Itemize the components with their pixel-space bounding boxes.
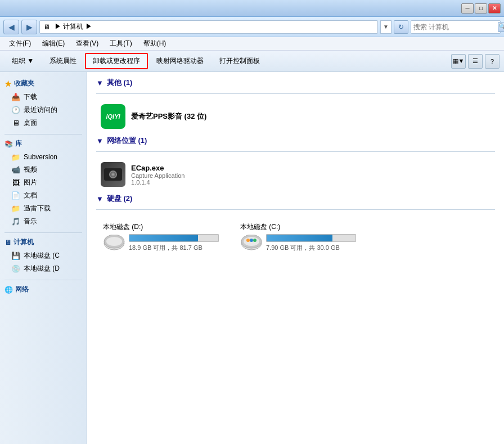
menu-view[interactable]: 查看(V) — [71, 38, 103, 50]
organize-button[interactable]: 组织 ▼ — [4, 53, 41, 69]
computer-header[interactable]: 🖥 计算机 — [0, 235, 87, 249]
computer-section: 🖥 计算机 💾 本地磁盘 (C 💿 本地磁盘 (D — [0, 235, 87, 275]
control-panel-button[interactable]: 打开控制面板 — [212, 53, 267, 69]
library-section: 📚 库 📁 Subversion 📹 视频 🖼 图片 📄 文档 📁 迅雷 — [0, 137, 87, 228]
netloc-divider — [96, 151, 495, 152]
disk-d-icon — [103, 235, 125, 252]
title-bar: ─ □ ✕ — [0, 0, 504, 17]
disk-c-info: 7.90 GB 可用，共 30.0 GB — [266, 244, 356, 252]
cdrive-label: 本地磁盘 (C — [24, 251, 60, 261]
disk-d-row: 18.9 GB 可用，共 81.7 GB — [103, 234, 219, 252]
other-collapse-arrow: ▼ — [96, 79, 104, 87]
sidebar-item-desktop[interactable]: 🖥 桌面 — [0, 116, 87, 129]
network-header[interactable]: 🌐 网络 — [0, 282, 87, 297]
disk-d-item[interactable]: 本地磁盘 (D:) 18.9 GB 可用，共 81.7 GB — [101, 220, 221, 254]
camera-icon — [101, 162, 125, 187]
search-box[interactable]: 🔍 — [411, 20, 501, 34]
sidebar-item-video[interactable]: 📹 视频 — [0, 163, 87, 176]
harddisk-section-title: 硬盘 (2) — [107, 194, 133, 204]
disk-d-right: 18.9 GB 可用，共 81.7 GB — [129, 234, 219, 252]
sidebar-item-pictures[interactable]: 🖼 图片 — [0, 176, 87, 189]
system-properties-button[interactable]: 系统属性 — [42, 53, 84, 69]
video-icon: 📹 — [11, 165, 20, 174]
disk-container: 本地磁盘 (D:) 18.9 GB 可用，共 81.7 GB — [96, 218, 495, 257]
iqiyi-item[interactable]: iQIYI 爱奇艺PPS影音 (32 位) — [96, 102, 495, 131]
disk-d-bar-inner — [129, 235, 198, 241]
sidebar-item-cdrive[interactable]: 💾 本地磁盘 (C — [0, 249, 87, 262]
camera-body — [104, 168, 122, 181]
harddisk-section-header[interactable]: ▼ 硬盘 (2) — [96, 194, 495, 204]
disk-d-bar-outer — [129, 234, 219, 242]
sidebar-item-thunder[interactable]: 📁 迅雷下载 — [0, 202, 87, 215]
download-icon: 📥 — [11, 93, 20, 102]
close-button[interactable]: ✕ — [488, 3, 501, 14]
star-icon: ★ — [4, 79, 12, 88]
recent-icon: 🕐 — [11, 106, 20, 115]
network-label: 网络 — [15, 285, 29, 294]
ecap-name: ECap.exe — [131, 164, 490, 172]
ecap-item[interactable]: ECap.exe Capture Application 1.0.1.4 — [96, 160, 495, 189]
network-location-section: ▼ 网络位置 (1) ECap.exe Capture Application … — [96, 136, 495, 189]
menu-tools[interactable]: 工具(T) — [105, 38, 136, 50]
maximize-button[interactable]: □ — [475, 3, 487, 14]
disk-c-bar-outer — [266, 234, 356, 242]
ecap-sub1: Capture Application — [131, 172, 490, 179]
address-dropdown[interactable]: ▼ — [380, 20, 392, 34]
menu-help[interactable]: 帮助(H) — [139, 38, 171, 50]
disk-c-item[interactable]: 本地磁盘 (C:) — [238, 220, 358, 254]
divider-1 — [4, 134, 82, 134]
ecap-sub2: 1.0.1.4 — [131, 179, 490, 186]
sidebar-item-documents[interactable]: 📄 文档 — [0, 189, 87, 202]
forward-button[interactable]: ▶ — [21, 20, 37, 34]
refresh-button[interactable]: ↻ — [394, 20, 408, 34]
title-bar-buttons: ─ □ ✕ — [461, 3, 501, 14]
camera-lens — [109, 171, 117, 178]
video-label: 视频 — [24, 165, 37, 174]
disk-c-right: 7.90 GB 可用，共 30.0 GB — [266, 234, 356, 252]
cdrive-icon: 💾 — [11, 252, 20, 261]
documents-label: 文档 — [24, 191, 37, 200]
sidebar: ★ 收藏夹 📥 下载 🕐 最近访问的 🖥 桌面 📚 库 — [0, 72, 87, 444]
favorites-header[interactable]: ★ 收藏夹 — [0, 77, 87, 91]
divider-2 — [4, 232, 82, 233]
address-input[interactable]: 🖥 ▶ 计算机 ▶ — [39, 20, 378, 34]
sidebar-item-ddrive[interactable]: 💿 本地磁盘 (D — [0, 262, 87, 275]
thunder-label: 迅雷下载 — [24, 204, 51, 213]
sidebar-item-music[interactable]: 🎵 音乐 — [0, 215, 87, 228]
desktop-label: 桌面 — [24, 118, 37, 128]
disk-c-icon — [240, 235, 263, 252]
help-button[interactable]: ? — [485, 54, 500, 69]
library-header[interactable]: 📚 库 — [0, 137, 87, 151]
toolbar-right: ▦▼ ☰ ? — [451, 54, 500, 69]
search-button[interactable]: 🔍 — [498, 22, 504, 32]
uninstall-button[interactable]: 卸载或更改程序 — [85, 53, 148, 69]
content-area: ▼ 其他 (1) iQIYI 爱奇艺PPS影音 (32 位) ▼ 网络位置 (1… — [87, 72, 504, 444]
map-network-button[interactable]: 映射网络驱动器 — [149, 53, 211, 69]
ddrive-label: 本地磁盘 (D — [24, 264, 60, 273]
view-button[interactable]: ▦▼ — [451, 54, 466, 69]
pictures-label: 图片 — [24, 178, 37, 187]
divider-3 — [4, 280, 82, 280]
search-input[interactable] — [413, 23, 498, 31]
details-button[interactable]: ☰ — [468, 54, 483, 69]
toolbar: 组织 ▼ 系统属性 卸载或更改程序 映射网络驱动器 打开控制面板 ▦▼ ☰ ? — [0, 51, 504, 72]
library-icon: 📚 — [4, 140, 13, 148]
menu-edit[interactable]: 编辑(E) — [38, 38, 69, 50]
sidebar-item-subversion[interactable]: 📁 Subversion — [0, 151, 87, 163]
music-label: 音乐 — [24, 217, 37, 226]
desktop-icon: 🖥 — [11, 119, 20, 128]
svg-point-7 — [250, 239, 253, 242]
menu-file[interactable]: 文件(F) — [4, 38, 35, 50]
sidebar-item-recent[interactable]: 🕐 最近访问的 — [0, 104, 87, 116]
disk-d-info: 18.9 GB 可用，共 81.7 GB — [129, 244, 219, 252]
back-button[interactable]: ◀ — [3, 20, 19, 34]
other-divider — [96, 93, 495, 94]
sidebar-item-download[interactable]: 📥 下载 — [0, 91, 87, 104]
svg-point-2 — [106, 237, 122, 246]
minimize-button[interactable]: ─ — [461, 3, 474, 14]
disk-c-name: 本地磁盘 (C:) — [240, 222, 280, 232]
other-section-header[interactable]: ▼ 其他 (1) — [96, 78, 495, 88]
netloc-collapse-arrow: ▼ — [96, 137, 104, 145]
netloc-section-header[interactable]: ▼ 网络位置 (1) — [96, 136, 495, 146]
documents-icon: 📄 — [11, 191, 20, 200]
